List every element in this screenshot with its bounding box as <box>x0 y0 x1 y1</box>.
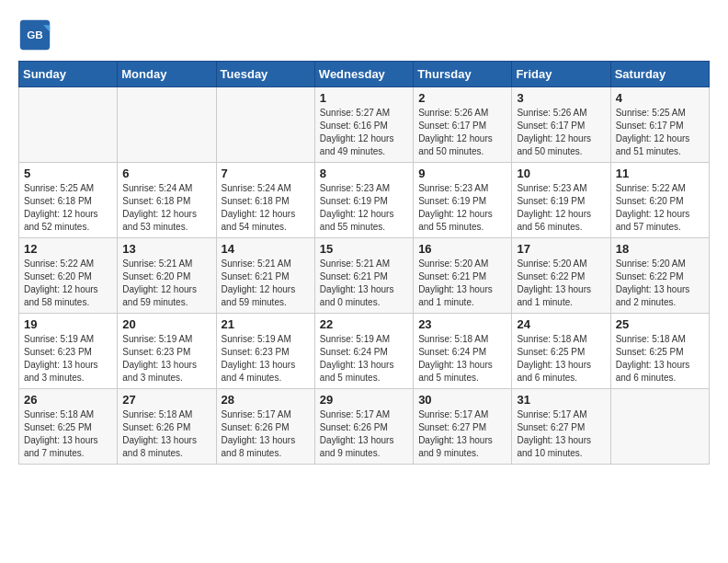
day-number: 20 <box>122 317 210 331</box>
calendar-body: 1Sunrise: 5:27 AM Sunset: 6:16 PM Daylig… <box>19 87 710 465</box>
day-cell: 2Sunrise: 5:26 AM Sunset: 6:17 PM Daylig… <box>414 87 512 163</box>
day-cell: 18Sunrise: 5:20 AM Sunset: 6:22 PM Dayli… <box>610 238 709 314</box>
weekday-row: SundayMondayTuesdayWednesdayThursdayFrid… <box>19 62 710 87</box>
day-cell: 12Sunrise: 5:22 AM Sunset: 6:20 PM Dayli… <box>19 238 118 314</box>
day-info: Sunrise: 5:24 AM Sunset: 6:18 PM Dayligh… <box>122 182 210 234</box>
day-cell: 6Sunrise: 5:24 AM Sunset: 6:18 PM Daylig… <box>118 163 216 238</box>
logo: GB <box>18 18 55 52</box>
day-info: Sunrise: 5:25 AM Sunset: 6:17 PM Dayligh… <box>616 107 704 158</box>
weekday-header-wednesday: Wednesday <box>314 62 413 87</box>
day-number: 15 <box>320 242 408 256</box>
day-info: Sunrise: 5:26 AM Sunset: 6:17 PM Dayligh… <box>517 107 605 158</box>
day-cell: 16Sunrise: 5:20 AM Sunset: 6:21 PM Dayli… <box>414 238 512 314</box>
day-cell: 9Sunrise: 5:23 AM Sunset: 6:19 PM Daylig… <box>414 163 512 238</box>
day-info: Sunrise: 5:25 AM Sunset: 6:18 PM Dayligh… <box>24 182 112 234</box>
day-number: 6 <box>122 167 210 180</box>
day-number: 17 <box>517 242 605 256</box>
day-number: 30 <box>418 393 506 407</box>
weekday-header-tuesday: Tuesday <box>216 62 314 87</box>
day-number: 18 <box>616 242 704 256</box>
day-info: Sunrise: 5:23 AM Sunset: 6:19 PM Dayligh… <box>320 182 408 234</box>
day-info: Sunrise: 5:18 AM Sunset: 6:24 PM Dayligh… <box>418 333 506 385</box>
day-number: 7 <box>222 167 310 180</box>
day-info: Sunrise: 5:18 AM Sunset: 6:25 PM Dayligh… <box>616 333 704 385</box>
day-cell: 30Sunrise: 5:17 AM Sunset: 6:27 PM Dayli… <box>414 389 512 465</box>
day-info: Sunrise: 5:17 AM Sunset: 6:27 PM Dayligh… <box>517 408 605 460</box>
day-info: Sunrise: 5:17 AM Sunset: 6:26 PM Dayligh… <box>222 408 310 460</box>
day-cell <box>19 87 118 163</box>
day-cell: 5Sunrise: 5:25 AM Sunset: 6:18 PM Daylig… <box>19 163 118 238</box>
day-number: 8 <box>320 167 408 180</box>
day-number: 25 <box>616 317 704 331</box>
day-info: Sunrise: 5:19 AM Sunset: 6:23 PM Dayligh… <box>122 333 210 385</box>
weekday-header-monday: Monday <box>118 62 216 87</box>
day-info: Sunrise: 5:18 AM Sunset: 6:25 PM Dayligh… <box>517 333 605 385</box>
day-info: Sunrise: 5:20 AM Sunset: 6:21 PM Dayligh… <box>418 258 506 309</box>
day-cell: 4Sunrise: 5:25 AM Sunset: 6:17 PM Daylig… <box>610 87 709 163</box>
day-cell: 22Sunrise: 5:19 AM Sunset: 6:24 PM Dayli… <box>314 314 413 389</box>
day-info: Sunrise: 5:22 AM Sunset: 6:20 PM Dayligh… <box>24 258 112 309</box>
day-number: 22 <box>320 317 408 331</box>
day-cell: 13Sunrise: 5:21 AM Sunset: 6:20 PM Dayli… <box>118 238 216 314</box>
day-number: 21 <box>222 317 310 331</box>
day-info: Sunrise: 5:23 AM Sunset: 6:19 PM Dayligh… <box>517 182 605 234</box>
svg-text:GB: GB <box>27 29 43 40</box>
day-cell: 15Sunrise: 5:21 AM Sunset: 6:21 PM Dayli… <box>314 238 413 314</box>
day-cell <box>118 87 216 163</box>
day-number: 13 <box>122 242 210 256</box>
day-info: Sunrise: 5:18 AM Sunset: 6:26 PM Dayligh… <box>122 408 210 460</box>
day-cell: 25Sunrise: 5:18 AM Sunset: 6:25 PM Dayli… <box>610 314 709 389</box>
weekday-header-thursday: Thursday <box>414 62 512 87</box>
day-number: 26 <box>24 393 112 407</box>
day-cell: 7Sunrise: 5:24 AM Sunset: 6:18 PM Daylig… <box>216 163 314 238</box>
day-cell: 10Sunrise: 5:23 AM Sunset: 6:19 PM Dayli… <box>512 163 610 238</box>
day-number: 5 <box>24 167 112 180</box>
day-cell: 11Sunrise: 5:22 AM Sunset: 6:20 PM Dayli… <box>610 163 709 238</box>
day-cell: 29Sunrise: 5:17 AM Sunset: 6:26 PM Dayli… <box>314 389 413 465</box>
week-row-4: 19Sunrise: 5:19 AM Sunset: 6:23 PM Dayli… <box>19 314 710 389</box>
day-number: 16 <box>418 242 506 256</box>
day-info: Sunrise: 5:19 AM Sunset: 6:23 PM Dayligh… <box>222 333 310 385</box>
day-number: 28 <box>222 393 310 407</box>
day-number: 24 <box>517 317 605 331</box>
day-cell: 26Sunrise: 5:18 AM Sunset: 6:25 PM Dayli… <box>19 389 118 465</box>
week-row-1: 1Sunrise: 5:27 AM Sunset: 6:16 PM Daylig… <box>19 87 710 163</box>
day-cell: 28Sunrise: 5:17 AM Sunset: 6:26 PM Dayli… <box>216 389 314 465</box>
logo-icon: GB <box>18 18 51 52</box>
day-cell: 14Sunrise: 5:21 AM Sunset: 6:21 PM Dayli… <box>216 238 314 314</box>
calendar-header: SundayMondayTuesdayWednesdayThursdayFrid… <box>19 62 710 87</box>
day-number: 27 <box>122 393 210 407</box>
day-cell: 24Sunrise: 5:18 AM Sunset: 6:25 PM Dayli… <box>512 314 610 389</box>
day-info: Sunrise: 5:19 AM Sunset: 6:23 PM Dayligh… <box>24 333 112 385</box>
day-info: Sunrise: 5:21 AM Sunset: 6:21 PM Dayligh… <box>222 258 310 309</box>
day-info: Sunrise: 5:20 AM Sunset: 6:22 PM Dayligh… <box>616 258 704 309</box>
day-number: 2 <box>418 91 506 105</box>
day-cell: 20Sunrise: 5:19 AM Sunset: 6:23 PM Dayli… <box>118 314 216 389</box>
day-cell: 27Sunrise: 5:18 AM Sunset: 6:26 PM Dayli… <box>118 389 216 465</box>
day-cell: 3Sunrise: 5:26 AM Sunset: 6:17 PM Daylig… <box>512 87 610 163</box>
day-number: 14 <box>222 242 310 256</box>
day-number: 11 <box>616 167 704 180</box>
day-cell <box>610 389 709 465</box>
weekday-header-saturday: Saturday <box>610 62 709 87</box>
day-info: Sunrise: 5:22 AM Sunset: 6:20 PM Dayligh… <box>616 182 704 234</box>
calendar-table: SundayMondayTuesdayWednesdayThursdayFrid… <box>18 61 710 465</box>
day-number: 19 <box>24 317 112 331</box>
day-number: 10 <box>517 167 605 180</box>
day-cell: 8Sunrise: 5:23 AM Sunset: 6:19 PM Daylig… <box>314 163 413 238</box>
day-info: Sunrise: 5:23 AM Sunset: 6:19 PM Dayligh… <box>418 182 506 234</box>
day-cell: 17Sunrise: 5:20 AM Sunset: 6:22 PM Dayli… <box>512 238 610 314</box>
day-info: Sunrise: 5:17 AM Sunset: 6:27 PM Dayligh… <box>418 408 506 460</box>
day-cell: 23Sunrise: 5:18 AM Sunset: 6:24 PM Dayli… <box>414 314 512 389</box>
week-row-2: 5Sunrise: 5:25 AM Sunset: 6:18 PM Daylig… <box>19 163 710 238</box>
day-info: Sunrise: 5:21 AM Sunset: 6:20 PM Dayligh… <box>122 258 210 309</box>
day-number: 3 <box>517 91 605 105</box>
day-cell: 19Sunrise: 5:19 AM Sunset: 6:23 PM Dayli… <box>19 314 118 389</box>
week-row-3: 12Sunrise: 5:22 AM Sunset: 6:20 PM Dayli… <box>19 238 710 314</box>
week-row-5: 26Sunrise: 5:18 AM Sunset: 6:25 PM Dayli… <box>19 389 710 465</box>
weekday-header-sunday: Sunday <box>19 62 118 87</box>
day-number: 9 <box>418 167 506 180</box>
day-cell <box>216 87 314 163</box>
day-number: 1 <box>320 91 408 105</box>
day-info: Sunrise: 5:17 AM Sunset: 6:26 PM Dayligh… <box>320 408 408 460</box>
